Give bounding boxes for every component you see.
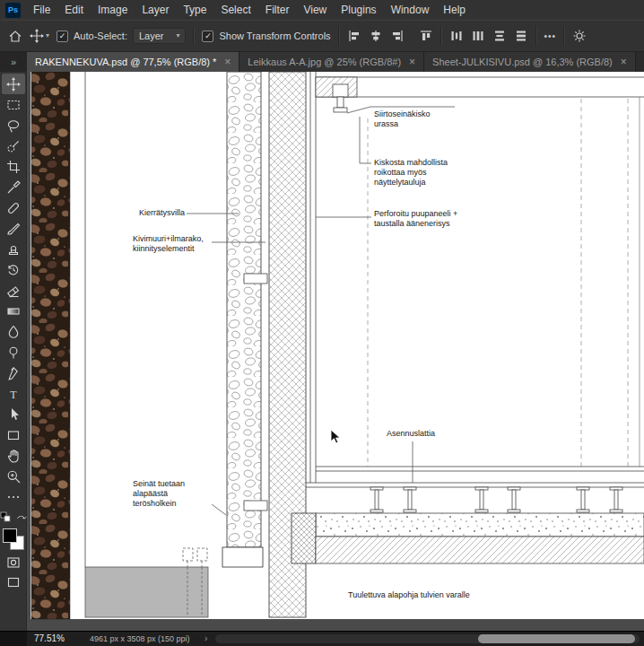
edit-toolbar-button[interactable] xyxy=(2,486,25,507)
screen-mode-icon[interactable] xyxy=(6,575,21,589)
menu-view[interactable]: View xyxy=(296,0,334,20)
home-icon[interactable] xyxy=(8,29,22,43)
blur-tool[interactable] xyxy=(2,321,25,342)
type-icon: T xyxy=(6,387,21,401)
separator xyxy=(338,26,340,46)
rectangle-icon xyxy=(6,428,21,442)
show-transform-checkbox[interactable]: ✓ xyxy=(202,31,213,42)
document-tab-2[interactable]: Leikkaus A-A.jpg @ 25% (RGB/8#)× xyxy=(239,52,424,72)
tab-close-icon[interactable]: × xyxy=(224,57,231,67)
spot-healing-tool[interactable] xyxy=(2,197,25,218)
rectangle-tool[interactable] xyxy=(2,424,25,445)
scrollbar-thumb[interactable] xyxy=(478,634,635,643)
options-bar: ▾ ✓ Auto-Select: Layer ▾ ✓ Show Transfor… xyxy=(0,20,644,52)
status-bar: 77.51% 4961 px x 3508 px (150 ppi) › xyxy=(0,631,644,646)
tab-close-icon[interactable]: × xyxy=(621,57,627,67)
crop-tool[interactable] xyxy=(2,156,25,177)
menu-plugins[interactable]: Plugins xyxy=(334,0,383,20)
zoom-level[interactable]: 77.51% xyxy=(34,633,65,643)
blur-icon xyxy=(6,325,21,339)
canvas-area[interactable]: SiirtoseinäkiskourassaKiskosta mahdollis… xyxy=(27,72,644,632)
hand-tool[interactable] xyxy=(2,445,25,466)
document-tab-1[interactable]: RAKENNEKUVA.psd @ 77,5% (RGB/8) *× xyxy=(27,52,239,72)
auto-select-group: ✓ Auto-Select: Layer ▾ xyxy=(57,28,186,44)
align-top-edges-icon[interactable] xyxy=(419,29,433,43)
toolbar-collapse-icon[interactable]: » xyxy=(0,52,27,72)
more-options-button[interactable]: ••• xyxy=(544,31,557,41)
distribute-horizontal-centers-icon[interactable] xyxy=(471,29,485,43)
tool-preset-button[interactable]: ▾ xyxy=(30,29,49,43)
menu-window[interactable]: Window xyxy=(384,0,437,20)
photoshop-logo[interactable]: Ps xyxy=(5,3,21,18)
default-colors-icon[interactable] xyxy=(0,511,12,523)
distribute-left-edges-icon[interactable] xyxy=(449,29,464,43)
distribute-vertical-centers-icon[interactable] xyxy=(514,29,528,43)
workspace-gear-icon[interactable] xyxy=(572,29,587,43)
horizontal-scrollbar[interactable] xyxy=(215,634,640,643)
menu-file[interactable]: File xyxy=(26,0,57,20)
clone-stamp-tool[interactable] xyxy=(2,239,25,259)
document-tab-bar: » RAKENNEKUVA.psd @ 77,5% (RGB/8) *×Leik… xyxy=(0,52,644,72)
lasso-icon xyxy=(6,118,21,133)
menu-select[interactable]: Select xyxy=(213,0,257,20)
status-corner xyxy=(0,632,27,646)
tools-panel: T xyxy=(0,72,27,632)
align-horizontal-centers-icon[interactable] xyxy=(369,29,383,43)
menu-image[interactable]: Image xyxy=(91,0,135,20)
document-tab-3[interactable]: Sheet-JULKISIVU.psd @ 16,3% (RGB/8)× xyxy=(424,52,636,72)
align-left-edges-icon[interactable] xyxy=(347,29,361,43)
move-tool[interactable] xyxy=(2,74,25,94)
lasso-tool[interactable] xyxy=(2,115,25,135)
brush-tool[interactable] xyxy=(2,218,25,239)
type-tool[interactable]: T xyxy=(2,383,25,404)
align-right-edges-icon[interactable] xyxy=(390,29,405,43)
quick-selection-icon xyxy=(6,139,21,153)
zoom-tool[interactable] xyxy=(2,466,25,486)
mouse-cursor-icon xyxy=(330,429,343,445)
menu-edit[interactable]: Edit xyxy=(57,0,91,20)
gradient-tool[interactable] xyxy=(2,301,25,321)
auto-select-value: Layer xyxy=(139,31,164,41)
svg-text:T: T xyxy=(10,388,17,400)
tab-label: RAKENNEKUVA.psd @ 77,5% (RGB/8) * xyxy=(35,57,216,67)
gradient-icon xyxy=(6,304,21,319)
show-transform-group: ✓ Show Transform Controls xyxy=(202,31,330,42)
auto-select-dropdown[interactable]: Layer ▾ xyxy=(133,28,187,44)
swap-colors-icon[interactable] xyxy=(15,511,27,523)
menu-bar: Ps FileEditImageLayerTypeSelectFilterVie… xyxy=(0,0,644,20)
dodge-icon xyxy=(6,345,21,360)
separator xyxy=(563,26,565,46)
status-chevron-icon[interactable]: › xyxy=(205,633,207,643)
eyedropper-icon xyxy=(6,180,21,195)
foreground-color-swatch[interactable] xyxy=(3,528,17,543)
menu-filter[interactable]: Filter xyxy=(258,0,297,20)
chevron-down-icon: ▾ xyxy=(176,32,179,39)
tab-close-icon[interactable]: × xyxy=(409,57,415,67)
show-transform-label: Show Transform Controls xyxy=(219,31,330,41)
quick-selection-tool[interactable] xyxy=(2,135,25,156)
rectangular-marquee-tool[interactable] xyxy=(2,94,25,115)
history-brush-tool[interactable] xyxy=(2,259,25,280)
auto-select-checkbox[interactable]: ✓ xyxy=(57,31,68,42)
color-swatches xyxy=(3,528,24,550)
path-selection-icon xyxy=(6,407,21,422)
move-tool-icon xyxy=(30,29,44,43)
menu-layer[interactable]: Layer xyxy=(135,0,176,20)
brush-icon xyxy=(6,222,21,236)
menu-help[interactable]: Help xyxy=(436,0,473,20)
menu-type[interactable]: Type xyxy=(176,0,213,20)
menu-items: FileEditImageLayerTypeSelectFilterViewPl… xyxy=(26,0,473,20)
pen-tool[interactable] xyxy=(2,362,25,383)
history-brush-icon xyxy=(6,263,21,277)
quick-mask-icon[interactable] xyxy=(6,555,21,570)
move-icon xyxy=(6,77,21,92)
eyedropper-tool[interactable] xyxy=(2,177,25,197)
document-info: 4961 px x 3508 px (150 ppi) xyxy=(90,634,190,643)
path-selection-tool[interactable] xyxy=(2,404,25,424)
distribute-top-edges-icon[interactable] xyxy=(492,29,507,43)
dodge-tool[interactable] xyxy=(2,342,25,362)
zoom-icon xyxy=(6,469,21,484)
pen-icon xyxy=(6,366,21,380)
architectural-drawing xyxy=(27,72,644,632)
eraser-tool[interactable] xyxy=(2,280,25,301)
